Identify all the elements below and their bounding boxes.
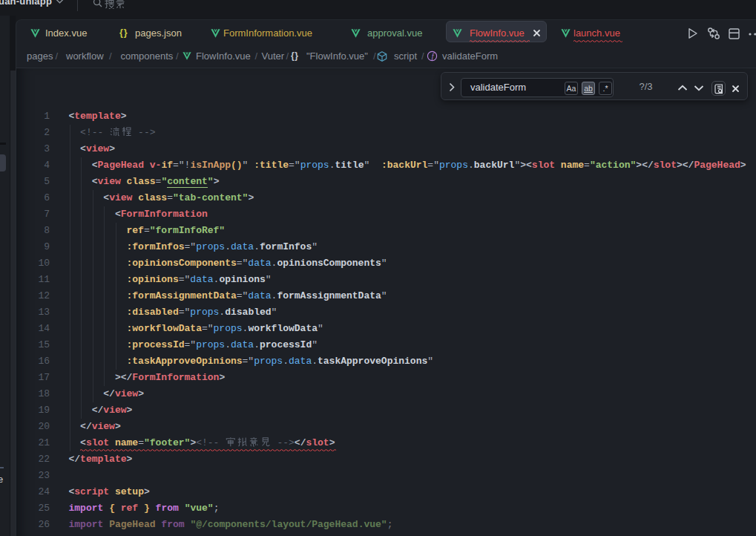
svg-text:f: f xyxy=(431,52,434,60)
